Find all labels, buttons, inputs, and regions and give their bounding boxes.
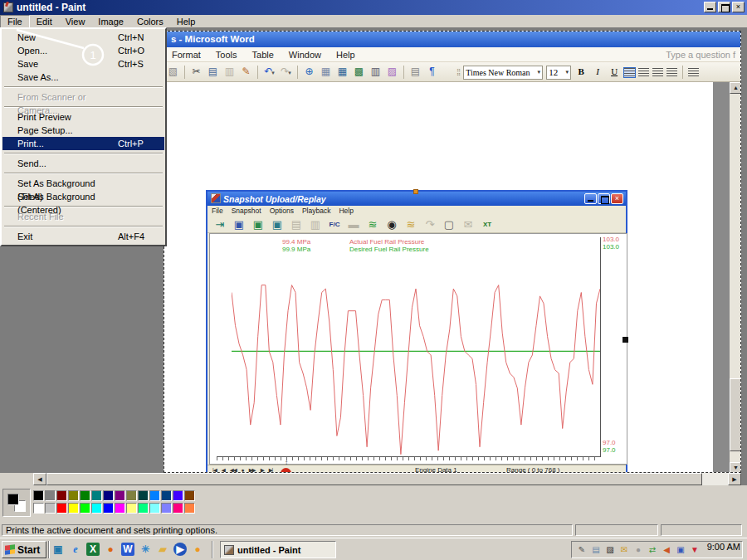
palette-color[interactable] bbox=[138, 503, 149, 514]
paint-horizontal-scrollbar[interactable]: ◀ ▶ bbox=[33, 473, 741, 485]
format-painter-icon[interactable]: ✎ bbox=[239, 65, 253, 79]
palette-color[interactable] bbox=[91, 503, 102, 514]
file-menu-save[interactable]: SaveCtrl+S bbox=[2, 57, 164, 71]
file-menu-new[interactable]: NewCtrl+N bbox=[2, 31, 164, 44]
word-menu-table[interactable]: Table bbox=[245, 48, 281, 61]
file-menu-set-as-background-centered[interactable]: Set As Background (Centered) bbox=[2, 190, 164, 203]
palette-color[interactable] bbox=[80, 503, 90, 514]
palette-color[interactable] bbox=[45, 490, 56, 501]
file-menu-exit[interactable]: ExitAlt+F4 bbox=[2, 230, 164, 243]
playback-button[interactable]: ● bbox=[242, 467, 244, 473]
palette-color[interactable] bbox=[126, 503, 137, 514]
palette-color[interactable] bbox=[103, 490, 114, 501]
palette-color[interactable] bbox=[56, 490, 67, 501]
volume-tray-icon[interactable]: ◀ bbox=[661, 544, 672, 556]
media-player-icon[interactable]: ▶ bbox=[173, 543, 187, 556]
playback-button[interactable]: |◀ bbox=[212, 467, 217, 474]
underline-button[interactable]: U bbox=[608, 66, 621, 79]
palette-color[interactable] bbox=[56, 503, 67, 514]
upload-snapshot-icon[interactable]: ▣ bbox=[232, 217, 247, 231]
align-justify-button[interactable] bbox=[666, 68, 677, 77]
blank-doc-icon[interactable]: ▢ bbox=[442, 217, 456, 231]
shield-tray-icon[interactable]: ▼ bbox=[689, 544, 701, 556]
device-tray-icon[interactable]: ● bbox=[632, 544, 644, 556]
palette-color[interactable] bbox=[33, 503, 44, 514]
display-tray-icon[interactable]: ▣ bbox=[675, 544, 686, 556]
chevron-down-icon[interactable]: ▾ bbox=[271, 70, 275, 75]
waveform-icon[interactable]: ≋ bbox=[365, 217, 380, 231]
restore-icon[interactable] bbox=[718, 2, 730, 12]
palette-color[interactable] bbox=[149, 503, 160, 514]
playback-button[interactable]: ◀ bbox=[222, 467, 225, 474]
word-menu-window[interactable]: Window bbox=[281, 48, 329, 61]
excel-icon[interactable]: X bbox=[86, 543, 100, 556]
scroll-down-icon[interactable]: ▼ bbox=[730, 462, 741, 473]
minimize-icon[interactable] bbox=[584, 193, 597, 204]
close-icon[interactable]: × bbox=[611, 193, 623, 204]
snapshot-menu-snapshot[interactable]: Snapshot bbox=[227, 207, 266, 215]
word-document-page[interactable]: Snapshot Upload/Replay × FileSnapshotOpt… bbox=[164, 82, 713, 473]
palette-color[interactable] bbox=[80, 490, 90, 501]
palette-color[interactable] bbox=[68, 490, 79, 501]
snapshot-menu-file[interactable]: File bbox=[208, 207, 227, 215]
palette-color[interactable] bbox=[161, 490, 172, 501]
tools-icon[interactable]: XT bbox=[480, 217, 495, 231]
foreground-color-swatch[interactable] bbox=[7, 494, 19, 505]
font-size-select[interactable]: 12 ▾ bbox=[546, 66, 571, 80]
exit-icon[interactable]: ⇥ bbox=[212, 217, 227, 231]
mail-tray-icon[interactable]: ✉ bbox=[618, 544, 630, 556]
hyperlink-icon[interactable]: ⊕ bbox=[302, 65, 316, 79]
undo-icon[interactable]: ↶▾ bbox=[262, 65, 276, 79]
paint-menu-colors[interactable]: Colors bbox=[130, 16, 170, 27]
file-menu-print[interactable]: Print...Ctrl+P bbox=[2, 137, 164, 150]
palette-color[interactable] bbox=[126, 490, 137, 501]
paint-menu-image[interactable]: Image bbox=[91, 16, 130, 27]
file-menu-send[interactable]: Send... bbox=[2, 157, 164, 170]
word-vertical-scrollbar[interactable]: ▲ ▼ bbox=[730, 82, 741, 473]
align-right-button[interactable] bbox=[652, 68, 663, 77]
numbered-list-button[interactable] bbox=[688, 68, 699, 77]
drawing-icon[interactable]: ▨ bbox=[385, 65, 399, 79]
show-desktop-icon[interactable]: ▣ bbox=[51, 543, 65, 556]
word-menu-format[interactable]: Format bbox=[164, 48, 208, 61]
palette-color[interactable] bbox=[184, 490, 195, 501]
snapshot-menu-options[interactable]: Options bbox=[266, 207, 298, 215]
playback-button[interactable]: ▶▶ bbox=[249, 467, 256, 474]
paint-menu-view[interactable]: View bbox=[59, 16, 92, 27]
palette-color[interactable] bbox=[161, 503, 172, 514]
scroll-up-icon[interactable]: ▲ bbox=[730, 82, 741, 94]
scroll-right-icon[interactable]: ▶ bbox=[728, 473, 741, 485]
file-menu-save-as[interactable]: Save As... bbox=[2, 71, 164, 84]
word-menu-tools[interactable]: Tools bbox=[208, 48, 245, 61]
show-hide-icon[interactable]: ¶ bbox=[425, 65, 439, 79]
playback-button[interactable]: ▶ bbox=[261, 467, 264, 474]
insert-table-icon[interactable]: ▦ bbox=[335, 65, 349, 79]
paint-menu-edit[interactable]: Edit bbox=[30, 16, 59, 27]
schedule-icon[interactable]: ● bbox=[104, 543, 117, 556]
close-icon[interactable]: × bbox=[732, 2, 745, 12]
type-a-question-box[interactable]: Type a question f bbox=[666, 50, 735, 60]
sync-tray-icon[interactable]: ⇄ bbox=[647, 544, 658, 556]
app-orange-icon[interactable]: ● bbox=[191, 543, 204, 556]
paint-menu-file[interactable]: File bbox=[0, 15, 30, 28]
notes-tray-icon[interactable]: ▤ bbox=[590, 544, 602, 556]
palette-color[interactable] bbox=[103, 503, 114, 514]
snapshot-menu-playback[interactable]: Playback bbox=[298, 207, 335, 215]
palette-color[interactable] bbox=[173, 490, 183, 501]
folder-icon[interactable]: ▰ bbox=[156, 543, 169, 556]
word-icon[interactable]: W bbox=[121, 543, 134, 556]
snapshot-menu-help[interactable]: Help bbox=[334, 207, 357, 215]
chevron-down-icon[interactable]: ▾ bbox=[288, 70, 291, 75]
palette-color[interactable] bbox=[45, 503, 56, 514]
palette-color[interactable] bbox=[184, 503, 195, 514]
palette-color[interactable] bbox=[115, 490, 125, 501]
download-snapshot-icon[interactable]: ▣ bbox=[251, 217, 266, 231]
copy-icon[interactable]: ▤ bbox=[206, 65, 220, 79]
transfer-snapshot-icon[interactable]: ▣ bbox=[270, 217, 285, 231]
file-menu-open[interactable]: Open...Ctrl+O bbox=[2, 44, 164, 57]
cut-icon[interactable]: ✂ bbox=[189, 65, 203, 79]
palette-color[interactable] bbox=[173, 503, 183, 514]
file-menu-page-setup[interactable]: Page Setup... bbox=[2, 124, 164, 137]
snapshot-window[interactable]: Snapshot Upload/Replay × FileSnapshotOpt… bbox=[206, 190, 627, 473]
document-map-icon[interactable]: ▤ bbox=[408, 65, 422, 79]
